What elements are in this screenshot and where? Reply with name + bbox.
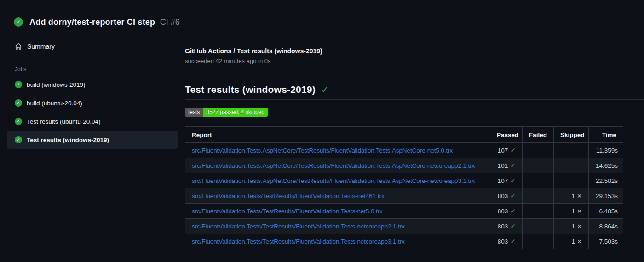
job-item-label: Test results (windows-2019) <box>27 137 109 143</box>
table-row: src/FluentValidation.Tests.AspNetCore/Te… <box>185 158 623 173</box>
run-number: CI #6 <box>160 17 180 27</box>
passed-count: 107 <box>498 147 508 154</box>
report-file-link[interactable]: src/FluentValidation.Tests.AspNetCore/Te… <box>192 147 453 154</box>
failed-cell <box>523 188 554 204</box>
check-icon: ✓ <box>510 222 516 230</box>
success-check-circle-icon: ✓ <box>14 17 23 27</box>
table-row: src/FluentValidation.Tests/TestResults/F… <box>185 204 623 219</box>
main-panel: GitHub Actions / Test results (windows-2… <box>185 32 644 249</box>
passed-count: 803 <box>498 193 508 199</box>
skipped-cell: 1✕ <box>554 219 589 234</box>
passed-cell: 803✓ <box>490 188 523 204</box>
skipped-cell <box>554 173 589 188</box>
passed-count: 803 <box>498 223 508 230</box>
report-file-link[interactable]: src/FluentValidation.Tests/TestResults/F… <box>192 208 383 215</box>
run-title: Add dorny/test-reporter CI step <box>29 17 155 27</box>
time-cell: 6.485s <box>589 204 623 219</box>
skipped-cell: 1✕ <box>554 188 589 204</box>
time-cell: 8.864s <box>589 219 623 234</box>
skipped-count: 1 <box>572 223 575 230</box>
report-file-link[interactable]: src/FluentValidation.Tests.AspNetCore/Te… <box>192 177 475 184</box>
table-header-row: Report Passed Failed Skipped Time <box>185 127 623 143</box>
failed-cell <box>523 173 554 188</box>
cross-icon: ✕ <box>577 223 582 230</box>
time-cell: 14.625s <box>589 158 623 173</box>
skipped-cell: 1✕ <box>554 234 589 249</box>
failed-cell <box>523 234 554 249</box>
report-file-link[interactable]: src/FluentValidation.Tests/TestResults/F… <box>192 193 385 199</box>
passed-cell: 107✓ <box>490 143 523 158</box>
sidebar-item-summary[interactable]: Summary <box>7 39 178 54</box>
report-file-link[interactable]: src/FluentValidation.Tests.AspNetCore/Te… <box>192 162 475 169</box>
table-row: src/FluentValidation.Tests.AspNetCore/Te… <box>185 173 623 188</box>
section-heading: Test results (windows-2019) ✓ <box>185 84 644 95</box>
column-header-skipped: Skipped <box>554 127 589 143</box>
table-row: src/FluentValidation.Tests/TestResults/F… <box>185 234 623 249</box>
passed-count: 101 <box>498 162 508 169</box>
run-header: ✓ Add dorny/test-reporter CI step CI #6 <box>0 0 644 32</box>
skipped-count: 1 <box>572 238 575 245</box>
sidebar: Summary Jobs ✓build (windows-2019)✓build… <box>0 32 185 149</box>
check-run-status: succeeded 42 minutes ago in 0s <box>185 57 644 64</box>
passed-count: 107 <box>498 177 508 184</box>
job-item-label: Test results (ubuntu-20.04) <box>27 118 101 125</box>
sidebar-job-item[interactable]: ✓build (windows-2019) <box>7 75 178 94</box>
passed-cell: 803✓ <box>490 204 523 219</box>
tests-badge: tests 3527 passed, 4 skipped <box>185 108 268 117</box>
check-icon: ✓ <box>510 162 516 169</box>
section-heading-text: Test results (windows-2019) <box>185 84 316 95</box>
column-header-failed: Failed <box>523 127 554 143</box>
check-icon: ✓ <box>510 238 516 245</box>
jobs-section-label: Jobs <box>15 66 185 73</box>
time-cell: 22.582s <box>589 173 623 188</box>
failed-cell <box>523 158 554 173</box>
passed-count: 803 <box>498 208 508 215</box>
failed-cell <box>523 219 554 234</box>
home-icon <box>15 43 22 50</box>
column-header-time: Time <box>589 127 623 143</box>
sidebar-job-item[interactable]: ✓Test results (ubuntu-20.04) <box>7 112 178 131</box>
skipped-cell <box>554 158 589 173</box>
skipped-count: 1 <box>572 193 575 199</box>
skipped-count: 1 <box>572 208 575 215</box>
failed-cell <box>523 204 554 219</box>
success-check-circle-icon: ✓ <box>15 81 22 88</box>
failed-cell <box>523 143 554 158</box>
cross-icon: ✕ <box>577 208 582 215</box>
table-row: src/FluentValidation.Tests/TestResults/F… <box>185 188 623 204</box>
test-results-table: Report Passed Failed Skipped Time src/Fl… <box>185 126 623 249</box>
time-cell: 7.503s <box>589 234 623 249</box>
table-row: src/FluentValidation.Tests/TestResults/F… <box>185 219 623 234</box>
success-check-circle-icon: ✓ <box>15 118 22 125</box>
success-check-circle-icon: ✓ <box>15 136 22 143</box>
badge-label: tests <box>185 108 203 117</box>
column-header-passed: Passed <box>490 127 523 143</box>
report-file-link[interactable]: src/FluentValidation.Tests/TestResults/F… <box>192 223 405 230</box>
badge-value: 3527 passed, 4 skipped <box>203 108 268 117</box>
job-item-label: build (ubuntu-20.04) <box>27 100 82 107</box>
check-icon: ✓ <box>510 192 516 199</box>
passed-count: 803 <box>498 238 508 245</box>
report-file-link[interactable]: src/FluentValidation.Tests/TestResults/F… <box>192 238 405 245</box>
sidebar-job-item[interactable]: ✓Test results (windows-2019) <box>7 131 178 149</box>
sidebar-job-item[interactable]: ✓build (ubuntu-20.04) <box>7 94 178 112</box>
time-cell: 11.359s <box>589 143 623 158</box>
check-icon: ✓ <box>510 207 516 215</box>
passed-cell: 803✓ <box>490 219 523 234</box>
job-item-label: build (windows-2019) <box>27 81 86 88</box>
cross-icon: ✕ <box>577 238 582 245</box>
sidebar-summary-label: Summary <box>27 43 55 50</box>
check-icon: ✓ <box>510 147 516 154</box>
skipped-cell: 1✕ <box>554 204 589 219</box>
passed-cell: 107✓ <box>490 173 523 188</box>
divider <box>185 72 644 72</box>
success-check-circle-icon: ✓ <box>15 99 22 107</box>
workflow-run-page: ✓ Add dorny/test-reporter CI step CI #6 … <box>0 0 644 262</box>
check-icon: ✓ <box>510 177 516 184</box>
check-run-title: GitHub Actions / Test results (windows-2… <box>185 47 644 55</box>
job-list: ✓build (windows-2019)✓build (ubuntu-20.0… <box>0 75 185 149</box>
success-check-icon: ✓ <box>321 84 329 95</box>
passed-cell: 803✓ <box>490 234 523 249</box>
table-row: src/FluentValidation.Tests.AspNetCore/Te… <box>185 143 623 158</box>
column-header-report: Report <box>185 127 490 143</box>
